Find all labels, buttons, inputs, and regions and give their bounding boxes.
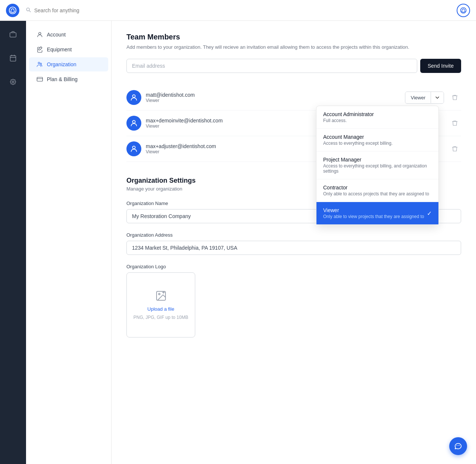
- invite-row: Send Invite: [126, 59, 461, 73]
- dropdown-item-project-manager[interactable]: Project Manager Access to everything exc…: [316, 151, 438, 179]
- dropdown-item-desc: Only able to access projects that they a…: [323, 191, 432, 196]
- nav-item-account[interactable]: Account: [29, 28, 108, 42]
- role-chevron-button[interactable]: [431, 92, 444, 103]
- role-dropdown: Account Administrator Full access. Accou…: [316, 106, 439, 225]
- upload-icon: [155, 290, 167, 303]
- topbar: [0, 0, 476, 21]
- svg-point-4: [39, 32, 41, 35]
- main-content: Team Members Add members to your organiz…: [112, 21, 476, 464]
- logo-upload-area[interactable]: Upload a file PNG, JPG, GIF up to 10MB: [126, 272, 195, 337]
- calendar-icon[interactable]: [6, 51, 20, 65]
- dropdown-item-desc: Access to everything except billing.: [323, 141, 432, 146]
- svg-rect-2: [10, 55, 16, 61]
- dropdown-item-title: Account Administrator: [323, 111, 432, 117]
- chat-button[interactable]: [449, 437, 467, 455]
- team-members-desc: Add members to your organization. They w…: [126, 44, 461, 50]
- dropdown-item-title: Contractor: [323, 185, 432, 191]
- delete-member-button[interactable]: [448, 91, 461, 104]
- svg-point-8: [132, 95, 135, 97]
- email-input[interactable]: [126, 59, 417, 73]
- dropdown-item-desc: Access to everything except billing, and…: [323, 163, 432, 174]
- dropdown-item-title: Project Manager: [323, 157, 432, 163]
- dropdown-item-desc: Only able to view projects that they are…: [323, 214, 424, 219]
- search-input[interactable]: [34, 7, 109, 13]
- app-logo-right[interactable]: [457, 4, 470, 17]
- dropdown-item-desc: Full access.: [323, 118, 432, 123]
- role-label: Viewer: [405, 92, 431, 103]
- dropdown-item-title: Account Manager: [323, 134, 432, 140]
- dropdown-item-manager[interactable]: Account Manager Access to everything exc…: [316, 129, 438, 151]
- member-info: matt@identishot.com Viewer: [146, 92, 401, 103]
- svg-point-6: [40, 63, 42, 65]
- upload-hint: PNG, JPG, GIF up to 10MB: [134, 315, 188, 320]
- team-members-title: Team Members: [126, 33, 461, 41]
- role-selector[interactable]: Viewer: [405, 92, 444, 104]
- org-address-label: Organization Address: [126, 232, 461, 238]
- nav-sidebar: Account Equipment Organization Plan & Bi…: [26, 21, 112, 464]
- briefcase-icon[interactable]: [6, 27, 20, 42]
- dropdown-item-viewer[interactable]: Viewer Only able to view projects that t…: [316, 202, 438, 224]
- send-invite-button[interactable]: Send Invite: [420, 59, 461, 73]
- search-area: [25, 7, 457, 14]
- svg-rect-7: [37, 77, 43, 81]
- org-logo-label: Organization Logo: [126, 264, 461, 269]
- delete-member-button[interactable]: [448, 143, 461, 155]
- nav-label-billing: Plan & Billing: [47, 76, 78, 82]
- avatar: [126, 141, 141, 156]
- dropdown-item-title: Viewer: [323, 207, 424, 213]
- nav-item-organization[interactable]: Organization: [29, 57, 108, 71]
- member-row: matt@identishot.com Viewer Viewer Accoun…: [126, 85, 461, 111]
- app-logo[interactable]: [6, 4, 19, 17]
- avatar: [126, 90, 141, 105]
- icon-sidebar: [0, 21, 26, 464]
- upload-link[interactable]: Upload a file: [147, 306, 174, 312]
- delete-member-button[interactable]: [448, 117, 461, 129]
- svg-point-5: [38, 62, 40, 64]
- svg-point-9: [132, 121, 135, 123]
- nav-item-billing[interactable]: Plan & Billing: [29, 72, 108, 86]
- svg-point-12: [158, 293, 160, 295]
- search-icon: [25, 7, 31, 14]
- member-role: Viewer: [146, 98, 401, 103]
- dropdown-item-contractor[interactable]: Contractor Only able to access projects …: [316, 179, 438, 202]
- avatar: [126, 116, 141, 131]
- nav-item-equipment[interactable]: Equipment: [29, 42, 108, 57]
- nav-label-account: Account: [47, 32, 66, 38]
- dropdown-item-admin[interactable]: Account Administrator Full access.: [316, 106, 438, 129]
- org-address-input[interactable]: [126, 241, 461, 255]
- member-email: matt@identishot.com: [146, 92, 401, 98]
- nav-label-organization: Organization: [47, 61, 76, 67]
- nav-label-equipment: Equipment: [47, 47, 72, 52]
- svg-point-10: [132, 146, 135, 149]
- settings-icon[interactable]: [6, 74, 20, 89]
- svg-point-3: [12, 81, 14, 83]
- checkmark-icon: ✓: [427, 210, 432, 217]
